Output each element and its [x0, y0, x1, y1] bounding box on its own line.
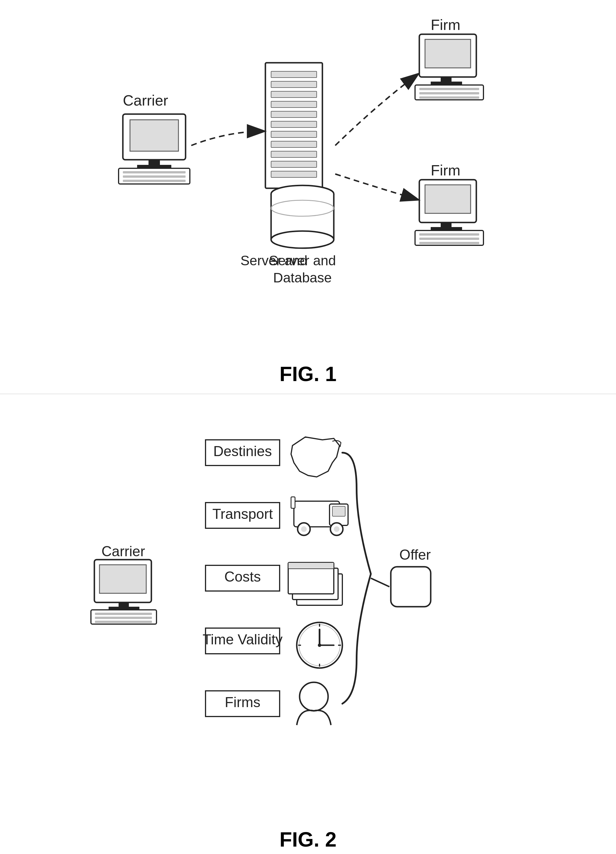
- svg-text:Offer: Offer: [399, 547, 431, 563]
- svg-rect-92: [391, 567, 431, 607]
- svg-rect-6: [123, 175, 186, 178]
- svg-rect-12: [271, 101, 317, 108]
- svg-rect-9: [271, 71, 317, 78]
- svg-text:Time Validity: Time Validity: [202, 631, 283, 648]
- svg-rect-56: [95, 617, 152, 619]
- svg-rect-31: [441, 77, 452, 82]
- svg-text:Firms: Firms: [225, 694, 260, 710]
- svg-rect-2: [149, 160, 160, 165]
- svg-rect-76: [288, 563, 334, 569]
- fig2-caption: FIG. 2: [279, 828, 336, 851]
- svg-rect-30: [425, 40, 471, 68]
- svg-rect-36: [419, 96, 479, 99]
- svg-rect-18: [271, 161, 317, 168]
- svg-rect-45: [419, 242, 479, 244]
- svg-rect-3: [137, 165, 171, 168]
- fig1-section: Carrier: [0, 0, 616, 393]
- fig1-caption: FIG. 1: [279, 362, 336, 386]
- svg-rect-1: [130, 120, 178, 151]
- svg-rect-65: [332, 506, 345, 516]
- svg-rect-51: [99, 565, 146, 593]
- svg-point-24: [271, 231, 334, 248]
- svg-rect-41: [431, 227, 462, 230]
- fig2-diagram: Carrier Destinies Transport: [80, 411, 536, 825]
- fig2-section: Carrier Destinies Transport: [0, 393, 616, 854]
- svg-text:Costs: Costs: [224, 569, 261, 585]
- fig2-svg: Carrier Destinies Transport: [80, 411, 536, 825]
- svg-point-90: [300, 682, 328, 711]
- svg-rect-35: [419, 92, 479, 95]
- svg-line-93: [371, 578, 389, 587]
- svg-rect-40: [441, 223, 452, 227]
- svg-rect-57: [95, 621, 152, 623]
- svg-text:Firm: Firm: [431, 17, 460, 33]
- svg-text:Server and: Server and: [269, 253, 336, 268]
- fig1-diagram: Carrier: [109, 17, 508, 359]
- svg-rect-16: [271, 141, 317, 148]
- svg-rect-5: [123, 171, 186, 174]
- svg-point-83: [318, 644, 321, 647]
- svg-text:Destinies: Destinies: [213, 443, 272, 459]
- svg-rect-34: [419, 88, 479, 90]
- svg-rect-52: [119, 602, 129, 607]
- svg-rect-55: [95, 613, 152, 615]
- svg-rect-13: [271, 111, 317, 117]
- svg-rect-44: [419, 238, 479, 240]
- svg-rect-70: [291, 497, 295, 508]
- svg-point-69: [334, 526, 339, 532]
- svg-rect-53: [109, 607, 139, 609]
- svg-rect-7: [123, 180, 186, 182]
- svg-rect-11: [271, 91, 317, 98]
- svg-text:Firm: Firm: [431, 162, 460, 178]
- svg-rect-43: [419, 233, 479, 236]
- svg-rect-14: [271, 121, 317, 128]
- svg-point-67: [301, 526, 307, 532]
- svg-rect-19: [271, 171, 317, 177]
- svg-rect-10: [271, 81, 317, 88]
- carrier-label-fig1: Carrier: [123, 92, 168, 109]
- svg-rect-17: [271, 151, 317, 157]
- svg-rect-32: [431, 82, 462, 84]
- svg-text:Database: Database: [273, 270, 332, 285]
- fig1-svg: Carrier: [109, 17, 508, 359]
- svg-rect-39: [425, 185, 471, 214]
- page: Carrier: [0, 0, 616, 854]
- svg-text:Carrier: Carrier: [102, 543, 145, 559]
- svg-rect-15: [271, 131, 317, 137]
- svg-text:Transport: Transport: [212, 506, 272, 522]
